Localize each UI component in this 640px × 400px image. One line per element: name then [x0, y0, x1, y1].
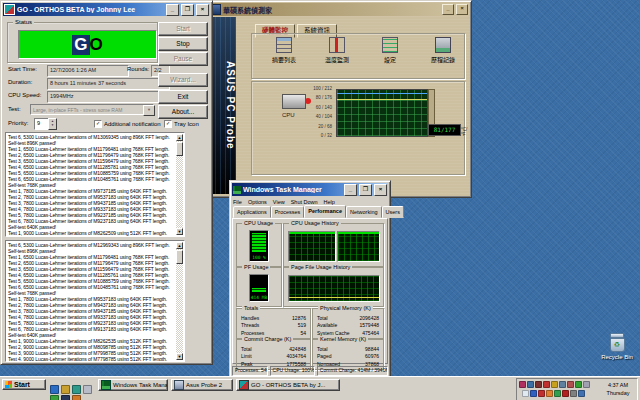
cpu1-usage-line [289, 232, 335, 234]
task-manager-icon [101, 380, 111, 390]
tray-icon[interactable] [578, 390, 585, 397]
tray-icon[interactable] [546, 390, 553, 397]
taskbar-clock[interactable]: 4:37 AM Thursday [601, 381, 635, 397]
totals-label: Totals [242, 305, 260, 311]
rounds-label: Rounds: [127, 66, 149, 72]
quick-launch-media-icon[interactable] [61, 395, 70, 400]
task-manager-window: Windows Task Manager _ ❐ × FileOptionsVi… [229, 180, 391, 379]
tray-icon[interactable] [535, 381, 542, 388]
tray-icon[interactable] [551, 381, 558, 388]
task-manager-tab[interactable]: Processes [271, 206, 305, 218]
axis-tick-label: 40 / 104 [316, 114, 332, 119]
pcprobe-close-button[interactable]: × [456, 4, 468, 15]
quick-launch-round-app-icon[interactable] [72, 395, 81, 400]
tray-icon[interactable] [530, 390, 537, 397]
kernel-memory-label: Kernel Memory (K) [318, 336, 368, 342]
pcprobe-vertical-banner: ASUS PC Probe [210, 17, 236, 194]
tray-icon[interactable] [527, 381, 534, 388]
tray-icon[interactable] [522, 390, 529, 397]
task-manager-titlebar[interactable]: Windows Task Manager _ ❐ × [232, 183, 388, 196]
scroll-down-icon[interactable]: ▼ [176, 228, 183, 235]
pcprobe-toolbar-button[interactable]: 歷程記錄 [417, 37, 469, 64]
recycle-glyph-icon: ♻ [610, 338, 625, 352]
stat-row: Total2096428 [317, 315, 379, 322]
taskbar: Start Windows Task Manager Asus Probe 2 … [0, 376, 640, 400]
scroll-up-icon[interactable]: ▲ [176, 134, 183, 141]
pcprobe-toolbar-button[interactable]: 溫度監測 [311, 37, 363, 64]
about-button[interactable]: About... [158, 105, 208, 119]
tray-icon[interactable] [575, 381, 582, 388]
pcprobe-minimize-button[interactable]: _ [442, 4, 454, 15]
additional-notification-label: Additional notification [104, 121, 161, 127]
start-button[interactable]: Start [158, 22, 208, 36]
wizard-button[interactable]: Wizard... [158, 73, 208, 87]
task-manager-tab[interactable]: Performance [304, 205, 346, 218]
temperature-graph [336, 89, 428, 137]
toolbar-label: 溫度監測 [325, 57, 349, 63]
statusbar-cell: Processes: 54 [232, 366, 268, 376]
tray-icon-checkbox[interactable]: ✓ Tray Icon [164, 120, 199, 128]
cpu-usage-group: CPU Usage 100 % [236, 223, 282, 267]
quick-launch-messenger-icon[interactable] [50, 395, 59, 400]
worker1-scrollbar[interactable]: ▲ ▼ [176, 134, 183, 235]
menu-item[interactable]: File [233, 199, 242, 205]
go-letter-g: G [72, 35, 89, 55]
taskman-maximize-button[interactable]: ❐ [359, 184, 372, 196]
spinner-arrows-icon[interactable]: ▲▼ [48, 118, 57, 130]
scroll-thumb[interactable] [176, 142, 183, 156]
orthos-close-button[interactable]: × [196, 4, 209, 16]
toolbar-icon [382, 37, 398, 53]
scroll-down-icon[interactable]: ▼ [176, 353, 183, 360]
pcprobe-toolbar-button[interactable]: 摘要列表 [258, 37, 310, 64]
worker1-log[interactable]: Test 6, 5300 Lucas-Lehmer iterations of … [5, 132, 185, 237]
physical-memory-rows: Total2096428Available1579448System Cache… [317, 315, 379, 337]
statusbar-cell: Commit Charge: 414M / 3940M [317, 366, 388, 376]
menu-item[interactable]: Help [324, 199, 335, 205]
worker2-scrollbar[interactable]: ▲ ▼ [176, 242, 183, 360]
orthos-titlebar[interactable]: GO - ORTHOS BETA by Johnny Lee _ ❐ × [3, 3, 210, 16]
taskman-minimize-button[interactable]: _ [344, 184, 357, 196]
taskbar-button-asus-probe[interactable]: Asus Probe 2 [171, 379, 233, 391]
pf-meter-fill [252, 288, 266, 292]
tray-icon[interactable] [559, 381, 566, 388]
worker2-log[interactable]: Test 6, 5300 Lucas-Lehmer iterations of … [5, 240, 185, 362]
tray-icon[interactable] [543, 381, 550, 388]
taskbar-button-orthos[interactable]: GO - ORTHOS BETA by J... [236, 379, 340, 391]
task-manager-tab[interactable]: Users [382, 206, 404, 218]
pcprobe-titlebar[interactable]: 華碩系統偵測家 _ × [209, 3, 469, 16]
task-manager-tab[interactable]: Networking [346, 206, 382, 218]
tray-icon[interactable] [570, 390, 577, 397]
menu-item[interactable]: Options [248, 199, 267, 205]
menu-item[interactable]: View [273, 199, 285, 205]
tray-icons-row2 [522, 390, 585, 397]
pause-button[interactable]: Pause [158, 52, 208, 66]
orthos-maximize-button[interactable]: ❐ [181, 4, 194, 16]
orthos-minimize-button[interactable]: _ [166, 4, 179, 16]
taskbar-button-task-manager[interactable]: Windows Task Manager [98, 379, 168, 391]
pcprobe-tabs: 硬體監控系統資訊 [255, 19, 339, 32]
tray-icon[interactable] [538, 390, 545, 397]
pcprobe-toolbar-button[interactable]: 設定 [364, 37, 416, 64]
stop-button[interactable]: Stop [158, 37, 208, 51]
tray-icon[interactable] [554, 390, 561, 397]
scroll-up-icon[interactable]: ▲ [176, 242, 183, 249]
dropdown-arrow-icon[interactable]: ▼ [143, 105, 155, 116]
menu-item[interactable]: Shut Down [291, 199, 318, 205]
tray-icon[interactable] [562, 390, 569, 397]
recycle-bin[interactable]: ♻ Recycle Bin [594, 333, 640, 361]
scroll-thumb[interactable] [176, 250, 183, 264]
tray-icon[interactable] [519, 381, 526, 388]
exit-button[interactable]: Exit [158, 90, 208, 104]
taskman-close-button[interactable]: × [374, 184, 387, 196]
additional-notification-checkbox[interactable]: ✓ Additional notification [94, 120, 161, 128]
tray-icon[interactable] [583, 381, 590, 388]
status-groupbox: Status GO [7, 22, 158, 63]
statusbar-cell: CPU Usage: 100% [270, 366, 315, 376]
quick-launch-show-desktop-icon[interactable] [83, 385, 92, 394]
start-button[interactable]: Start [2, 379, 46, 390]
task-manager-tab[interactable]: Applications [233, 206, 271, 218]
temperature-unit: °C/°F [461, 127, 467, 137]
threshold-line [337, 93, 427, 94]
tray-icon[interactable] [567, 381, 574, 388]
test-dropdown[interactable]: Large, in-place FFTs - stress some RAM [30, 104, 154, 115]
